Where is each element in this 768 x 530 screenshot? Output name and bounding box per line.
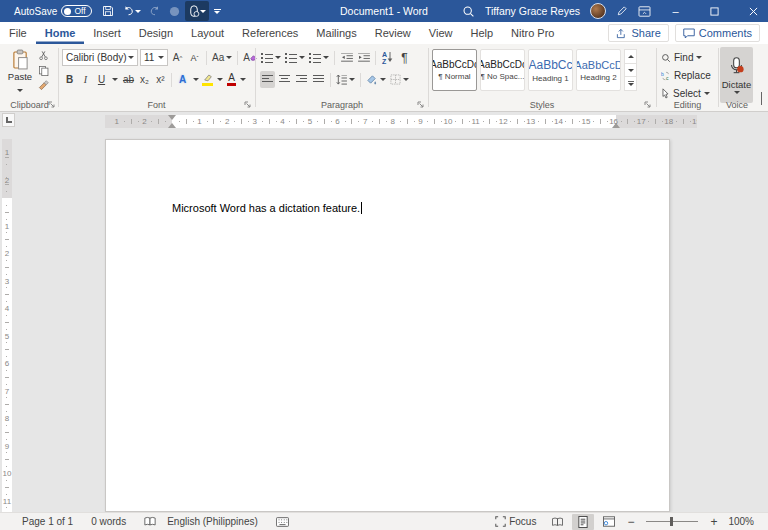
clipboard-dialog-launcher[interactable] — [48, 101, 56, 109]
tab-help[interactable]: Help — [461, 22, 502, 44]
increase-indent-button[interactable] — [356, 49, 371, 66]
minimize-button[interactable]: – — [661, 0, 690, 22]
subscript-button[interactable]: x₂ — [137, 71, 152, 88]
line-spacing-button[interactable] — [335, 71, 356, 88]
zoom-out-button[interactable]: − — [624, 515, 637, 529]
tab-references[interactable]: References — [233, 22, 307, 44]
maximize-button[interactable] — [700, 0, 729, 22]
touch-mouse-mode-button[interactable] — [185, 1, 209, 21]
bullets-button[interactable] — [260, 49, 282, 66]
styles-scroll-down-button[interactable] — [625, 63, 636, 77]
sort-button[interactable]: AZ — [380, 49, 395, 66]
font-color-dropdown-icon[interactable] — [240, 78, 246, 81]
decrease-indent-button[interactable] — [339, 49, 354, 66]
align-center-button[interactable] — [277, 71, 292, 88]
language-indicator[interactable]: English (Philippines) — [165, 513, 267, 530]
page-indicator[interactable]: Page 1 of 1 — [0, 513, 82, 530]
collapse-ribbon-button[interactable] — [761, 93, 762, 105]
styles-dialog-launcher[interactable] — [644, 101, 652, 109]
touch-mouse-dropdown-icon[interactable] — [200, 10, 206, 13]
editor-pen-icon[interactable] — [616, 5, 628, 17]
word-count[interactable]: 0 words — [82, 513, 135, 530]
autosave-toggle[interactable]: AutoSave Off — [14, 5, 92, 17]
strikethrough-button[interactable]: ab — [121, 71, 136, 88]
underline-button[interactable]: U — [94, 71, 109, 88]
share-button[interactable]: Share — [608, 24, 668, 42]
close-button[interactable] — [739, 0, 768, 22]
horizontal-ruler[interactable]: 2112345678910111213141516171819 — [105, 115, 697, 128]
select-button[interactable]: Select — [661, 86, 711, 101]
styles-scroll-up-button[interactable] — [625, 50, 636, 63]
undo-dropdown-icon[interactable] — [135, 10, 141, 13]
proofing-status[interactable] — [135, 513, 165, 530]
document-page[interactable]: Microsoft Word has a dictation feature. — [105, 139, 670, 512]
font-color-button[interactable]: A — [227, 73, 236, 86]
italic-button[interactable]: I — [78, 71, 93, 88]
user-name[interactable]: Tiffany Grace Reyes — [485, 5, 580, 17]
numbering-button[interactable] — [284, 49, 306, 66]
style-heading-2[interactable]: AaBbCcD Heading 2 — [576, 49, 621, 91]
shrink-font-button[interactable]: Aˇ — [187, 49, 202, 66]
tab-design[interactable]: Design — [130, 22, 182, 44]
undo-button[interactable] — [119, 1, 144, 21]
copy-button[interactable] — [38, 65, 49, 76]
hanging-indent-marker[interactable] — [168, 123, 176, 128]
style-heading-1[interactable]: AaBbCc Heading 1 — [528, 49, 573, 91]
print-layout-button[interactable] — [572, 514, 594, 530]
style-no-spacing[interactable]: AaBbCcDc ¶ No Spac... — [480, 49, 525, 91]
underline-dropdown-icon[interactable] — [112, 78, 118, 81]
read-mode-button[interactable] — [546, 514, 568, 530]
highlight-dropdown-icon[interactable] — [217, 78, 223, 81]
save-button[interactable] — [99, 1, 117, 21]
dictate-button[interactable]: Dictate — [720, 47, 753, 103]
superscript-button[interactable]: x² — [153, 71, 168, 88]
font-size-select[interactable]: 11 — [140, 49, 168, 66]
grow-font-button[interactable]: A^ — [170, 49, 185, 66]
change-case-button[interactable]: Aa — [211, 49, 233, 66]
first-line-indent-marker[interactable] — [168, 115, 176, 120]
tab-mailings[interactable]: Mailings — [307, 22, 365, 44]
tab-view[interactable]: View — [420, 22, 462, 44]
style-normal[interactable]: AaBbCcDc ¶ Normal — [432, 49, 477, 91]
zoom-slider-thumb[interactable] — [670, 517, 673, 526]
text-effects-button[interactable]: A — [175, 71, 190, 88]
zoom-slider[interactable] — [646, 521, 698, 522]
comments-button[interactable]: Comments — [675, 24, 760, 42]
paragraph-dialog-launcher[interactable] — [417, 101, 425, 109]
align-left-button[interactable] — [260, 71, 275, 88]
highlight-button[interactable] — [202, 73, 213, 86]
text-effects-dropdown-icon[interactable] — [193, 78, 199, 81]
tab-insert[interactable]: Insert — [84, 22, 130, 44]
ribbon-display-options-icon[interactable] — [638, 6, 651, 17]
styles-gallery-expand-button[interactable] — [625, 76, 636, 90]
paste-button[interactable]: Paste — [6, 49, 34, 94]
tab-stop-selector[interactable] — [2, 113, 15, 127]
focus-mode-button[interactable]: Focus — [489, 516, 542, 527]
justify-button[interactable] — [311, 71, 326, 88]
tab-nitro-pro[interactable]: Nitro Pro — [502, 22, 563, 44]
find-button[interactable]: Find — [661, 50, 711, 65]
borders-button[interactable] — [389, 71, 410, 88]
tab-review[interactable]: Review — [366, 22, 420, 44]
shading-button[interactable] — [365, 71, 387, 88]
dictate-dropdown-icon[interactable] — [734, 91, 740, 94]
text-predictions-indicator[interactable] — [267, 513, 298, 530]
zoom-level[interactable]: 100% — [724, 516, 760, 527]
show-formatting-button[interactable]: ¶ — [397, 49, 412, 66]
vertical-ruler[interactable]: 211234567891011 — [2, 130, 12, 512]
font-dialog-launcher[interactable] — [244, 101, 252, 109]
avatar[interactable] — [590, 3, 606, 19]
tab-layout[interactable]: Layout — [182, 22, 233, 44]
multilevel-list-button[interactable] — [308, 49, 330, 66]
search-icon[interactable] — [462, 5, 475, 18]
web-layout-button[interactable] — [598, 514, 620, 530]
tab-file[interactable]: File — [0, 22, 36, 44]
align-right-button[interactable] — [294, 71, 309, 88]
zoom-in-button[interactable]: + — [707, 515, 720, 529]
bold-button[interactable]: B — [62, 71, 77, 88]
paste-dropdown-icon[interactable] — [17, 89, 23, 92]
font-family-select[interactable]: Calibri (Body) — [62, 49, 138, 66]
tab-home[interactable]: Home — [36, 22, 85, 44]
replace-button[interactable]: bc Replace — [661, 68, 711, 83]
customize-qat-button[interactable] — [211, 1, 224, 21]
